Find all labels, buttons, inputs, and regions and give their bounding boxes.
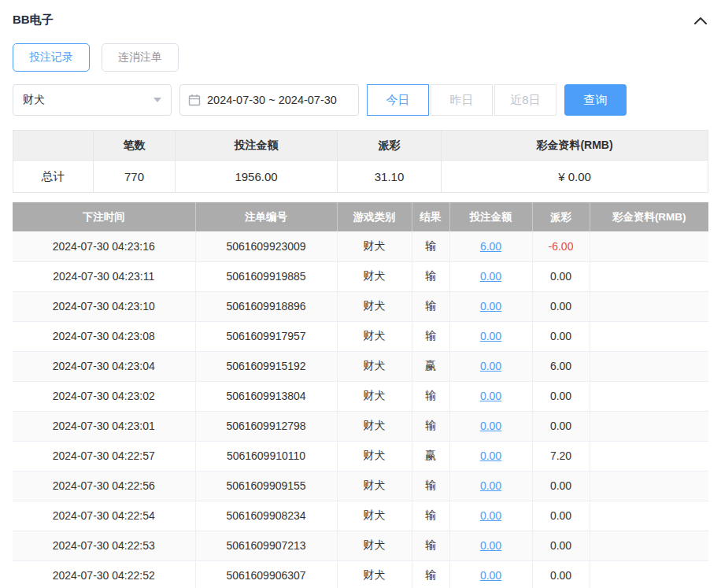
table-row: 2024-07-30 04:22:535061609907213财犬输0.000… bbox=[13, 531, 708, 560]
game-type-cell: 财犬 bbox=[337, 351, 412, 381]
game-type-cell: 财犬 bbox=[337, 501, 412, 531]
summary-total-label: 总计 bbox=[13, 161, 94, 193]
bonus-cell bbox=[590, 441, 708, 471]
bet-amount-cell: 0.00 bbox=[449, 560, 532, 588]
bet-time-cell: 2024-07-30 04:22:56 bbox=[13, 471, 195, 501]
summary-table: 笔数 投注金额 派彩 彩金资料(RMB) 总计 770 1956.00 31.1… bbox=[13, 130, 708, 193]
result-cell: 输 bbox=[412, 381, 449, 411]
table-row: 2024-07-30 04:22:525061609906307财犬输0.000… bbox=[13, 560, 708, 588]
bet-amount-link[interactable]: 0.00 bbox=[480, 420, 501, 432]
bet-amount-link[interactable]: 0.00 bbox=[480, 330, 501, 342]
payout-cell: 0.00 bbox=[532, 531, 590, 560]
order-id-cell: 5061609915192 bbox=[195, 351, 337, 381]
payout-cell: 0.00 bbox=[532, 560, 590, 588]
result-cell: 输 bbox=[412, 321, 449, 351]
bonus-cell bbox=[590, 381, 708, 411]
bet-amount-link[interactable]: 0.00 bbox=[480, 300, 501, 312]
game-select[interactable]: 财犬 bbox=[13, 84, 172, 116]
search-button[interactable]: 查询 bbox=[564, 84, 627, 116]
payout-cell: 7.20 bbox=[532, 441, 590, 471]
bet-time-cell: 2024-07-30 04:23:10 bbox=[13, 291, 195, 321]
result-cell: 输 bbox=[412, 560, 449, 588]
tab-bar: 投注记录 连消注单 bbox=[13, 43, 708, 72]
payout-cell: 0.00 bbox=[532, 321, 590, 351]
records-header-row: 下注时间注单编号游戏类别结果投注金额派彩彩金资料(RMB) bbox=[13, 202, 708, 231]
yesterday-button[interactable]: 昨日 bbox=[431, 84, 493, 116]
bonus-cell bbox=[590, 261, 708, 291]
bet-amount-link[interactable]: 0.00 bbox=[480, 479, 501, 492]
table-row: 2024-07-30 04:23:015061609912798财犬输0.000… bbox=[13, 411, 708, 441]
last-8-days-button[interactable]: 近8日 bbox=[494, 84, 556, 116]
bonus-cell bbox=[590, 351, 708, 381]
table-row: 2024-07-30 04:23:045061609915192财犬赢0.006… bbox=[13, 351, 708, 381]
bet-amount-link[interactable]: 0.00 bbox=[480, 509, 501, 522]
order-id-cell: 5061609910110 bbox=[195, 441, 337, 471]
payout-cell: 0.00 bbox=[532, 411, 590, 441]
game-type-cell: 财犬 bbox=[337, 291, 412, 321]
order-id-cell: 5061609917957 bbox=[195, 321, 337, 351]
result-cell: 输 bbox=[412, 411, 449, 441]
table-row: 2024-07-30 04:22:545061609908234财犬输0.000… bbox=[13, 501, 708, 531]
result-cell: 输 bbox=[412, 261, 449, 291]
records-header-cell: 派彩 bbox=[532, 202, 590, 231]
summary-total-bonus: ¥ 0.00 bbox=[442, 161, 708, 193]
summary-total-count: 770 bbox=[94, 161, 176, 193]
bet-amount-cell: 0.00 bbox=[449, 531, 532, 560]
date-range-input[interactable]: 2024-07-30 ~ 2024-07-30 bbox=[179, 84, 359, 116]
bonus-cell bbox=[590, 231, 708, 261]
bet-amount-cell: 0.00 bbox=[449, 411, 532, 441]
bet-amount-link[interactable]: 0.00 bbox=[480, 390, 501, 402]
bet-time-cell: 2024-07-30 04:22:57 bbox=[13, 441, 195, 471]
bet-amount-link[interactable]: 0.00 bbox=[480, 360, 501, 372]
records-header-cell: 下注时间 bbox=[13, 202, 195, 231]
order-id-cell: 5061609923009 bbox=[195, 231, 337, 261]
bet-amount-link[interactable]: 0.00 bbox=[480, 569, 501, 582]
payout-cell: 0.00 bbox=[532, 381, 590, 411]
bet-amount-link[interactable]: 0.00 bbox=[480, 270, 501, 283]
bet-amount-link[interactable]: 0.00 bbox=[480, 449, 501, 462]
table-row: 2024-07-30 04:23:105061609918896财犬输0.000… bbox=[13, 291, 708, 321]
game-type-cell: 财犬 bbox=[337, 531, 412, 560]
bet-amount-cell: 0.00 bbox=[449, 471, 532, 501]
bet-amount-cell: 6.00 bbox=[449, 231, 532, 261]
tab-cancelled-orders[interactable]: 连消注单 bbox=[102, 43, 179, 72]
bet-amount-cell: 0.00 bbox=[449, 321, 532, 351]
game-type-cell: 财犬 bbox=[337, 560, 412, 588]
bonus-cell bbox=[590, 411, 708, 441]
bet-amount-link[interactable]: 0.00 bbox=[480, 539, 501, 552]
filter-row: 财犬 2024-07-30 ~ 2024-07-30 今日 昨日 近8日 查询 bbox=[13, 84, 708, 116]
chevron-up-icon[interactable] bbox=[694, 17, 708, 24]
quick-date-buttons: 今日 昨日 近8日 bbox=[367, 84, 556, 116]
order-id-cell: 5061609919885 bbox=[195, 261, 337, 291]
bonus-cell bbox=[590, 531, 708, 560]
payout-cell: 0.00 bbox=[532, 261, 590, 291]
summary-total-row: 总计 770 1956.00 31.10 ¥ 0.00 bbox=[13, 161, 708, 193]
game-type-cell: 财犬 bbox=[337, 231, 412, 261]
date-range-value: 2024-07-30 ~ 2024-07-30 bbox=[207, 94, 337, 106]
result-cell: 赢 bbox=[412, 351, 449, 381]
result-cell: 赢 bbox=[412, 441, 449, 471]
order-id-cell: 5061609908234 bbox=[195, 501, 337, 531]
payout-cell: -6.00 bbox=[532, 231, 590, 261]
tab-bet-records[interactable]: 投注记录 bbox=[13, 43, 90, 72]
summary-header-row: 笔数 投注金额 派彩 彩金资料(RMB) bbox=[13, 131, 708, 161]
summary-header-bet-amount: 投注金额 bbox=[176, 131, 338, 161]
bonus-cell bbox=[590, 501, 708, 531]
order-id-cell: 5061609909155 bbox=[195, 471, 337, 501]
records-header-cell: 彩金资料(RMB) bbox=[590, 202, 708, 231]
game-type-cell: 财犬 bbox=[337, 321, 412, 351]
bet-amount-link[interactable]: 6.00 bbox=[480, 240, 501, 253]
table-row: 2024-07-30 04:23:025061609913804财犬输0.000… bbox=[13, 381, 708, 411]
result-cell: 输 bbox=[412, 471, 449, 501]
payout-cell: 0.00 bbox=[532, 471, 590, 501]
bet-time-cell: 2024-07-30 04:23:16 bbox=[13, 231, 195, 261]
bet-amount-cell: 0.00 bbox=[449, 441, 532, 471]
calendar-icon bbox=[188, 94, 201, 106]
bonus-cell bbox=[590, 291, 708, 321]
bet-time-cell: 2024-07-30 04:22:54 bbox=[13, 501, 195, 531]
payout-cell: 6.00 bbox=[532, 351, 590, 381]
bet-time-cell: 2024-07-30 04:22:52 bbox=[13, 560, 195, 588]
bet-amount-cell: 0.00 bbox=[449, 501, 532, 531]
today-button[interactable]: 今日 bbox=[367, 84, 429, 116]
table-row: 2024-07-30 04:23:115061609919885财犬输0.000… bbox=[13, 261, 708, 291]
